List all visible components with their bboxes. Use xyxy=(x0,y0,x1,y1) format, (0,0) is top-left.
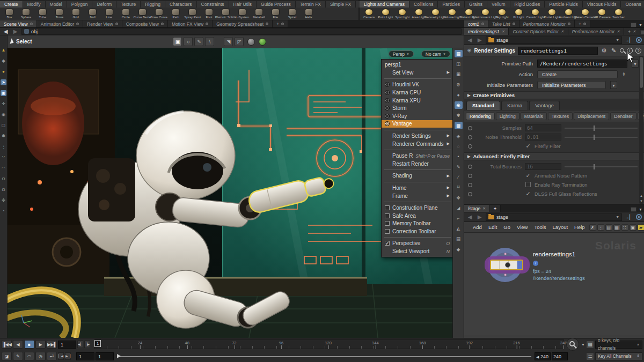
key-options-chevron-icon[interactable]: ▼ xyxy=(581,343,585,346)
gear-icon[interactable]: ⚙ xyxy=(601,47,608,54)
step-forward-icon[interactable]: ▕▶ xyxy=(84,341,90,348)
shelf-tool[interactable]: Tube xyxy=(34,9,51,19)
jump-end-button[interactable]: ▶▶▌ xyxy=(47,340,57,349)
path-field[interactable]: obj xyxy=(21,28,462,35)
point-display-icon[interactable]: • xyxy=(455,153,463,160)
menu-item[interactable]: Karma XPU xyxy=(382,97,452,105)
color-grid-icon[interactable]: ▦ xyxy=(613,224,620,231)
persp-menu-button[interactable]: Persp▼ xyxy=(389,50,414,57)
objects-mask-icon[interactable]: ▲ xyxy=(1,47,6,53)
shelf-tab[interactable]: Vellum xyxy=(487,1,510,8)
sticky-note-icon[interactable]: ▰ xyxy=(638,224,644,231)
material-preview-icon[interactable]: ◈ xyxy=(455,132,463,140)
shelf-tool[interactable]: Circle xyxy=(118,9,134,19)
menu-item[interactable] xyxy=(384,182,451,182)
dots-grid-icon[interactable]: ∷ xyxy=(621,224,628,231)
stop-button[interactable]: ■ xyxy=(24,340,34,349)
create-primitives-section[interactable]: ▶ Create Primitives xyxy=(464,91,644,99)
menu-item[interactable]: Select Viewport N xyxy=(382,247,452,255)
menu[interactable]: Help xyxy=(571,224,588,230)
forward-arrow-icon[interactable]: ▶ xyxy=(476,37,483,43)
node-display-flag[interactable] xyxy=(517,261,522,269)
pane-link-dot[interactable] xyxy=(76,23,79,25)
geometry-info-icon[interactable]: ◌ xyxy=(455,143,463,150)
vertex-display-icon[interactable]: ✎ xyxy=(455,163,463,171)
menu-item[interactable]: Shading ▶ xyxy=(382,172,452,180)
shelf-tool[interactable]: L-System xyxy=(234,9,251,19)
camera-menu-button[interactable]: No cam▼ xyxy=(421,50,450,57)
menu-item[interactable]: Home ▶ xyxy=(382,184,452,192)
menu-item[interactable]: V-Ray xyxy=(382,112,452,120)
magnet-multi-icon[interactable]: Ω xyxy=(1,187,6,193)
menu-item[interactable]: Set View ▶ xyxy=(382,69,452,77)
param-value-field[interactable]: 64 xyxy=(525,124,561,131)
stage-tab[interactable]: /stage ✕ xyxy=(464,205,490,212)
category-tab[interactable]: Rendering xyxy=(466,112,495,120)
chevron-down-icon[interactable]: ▼ xyxy=(610,81,617,89)
measure-icon[interactable]: ∕ xyxy=(455,173,463,181)
set-key-button[interactable] xyxy=(566,338,579,351)
pane-tab[interactable]: Animation Editor xyxy=(37,20,83,27)
play-button[interactable]: ▶ xyxy=(35,340,46,349)
search-icon[interactable] xyxy=(620,48,624,53)
pane-tab[interactable]: com1 xyxy=(464,20,488,27)
shelf-tool[interactable]: Curve Bezier xyxy=(134,9,151,19)
menu-item[interactable] xyxy=(384,130,451,130)
shelf-tool[interactable]: Sky Light xyxy=(494,9,510,19)
shelf-tool[interactable]: Point Light xyxy=(377,9,394,19)
pane-link-dot[interactable] xyxy=(115,23,118,25)
shelf-tool[interactable]: Portal Light xyxy=(544,9,560,19)
list-view-icon[interactable]: ▤ xyxy=(605,224,612,231)
param-slider[interactable] xyxy=(565,166,638,167)
scale-icon[interactable]: ▢ xyxy=(1,122,6,128)
menu-item[interactable] xyxy=(384,78,451,79)
split-pane-icon[interactable] xyxy=(640,30,644,35)
pane-link-dot[interactable] xyxy=(281,23,284,25)
shelf-tab[interactable]: Rigid Bodies xyxy=(510,1,545,8)
snap-point-icon[interactable]: ∵ xyxy=(1,154,6,160)
lock-camera-icon[interactable]: ▣ xyxy=(455,70,463,78)
view-pivot-icon[interactable]: ◔ xyxy=(1,208,6,214)
shelf-tab[interactable]: Modify xyxy=(23,1,46,8)
follow-selection-icon[interactable] xyxy=(636,37,642,43)
node-input-pin[interactable] xyxy=(504,253,507,255)
follow-selection-icon[interactable] xyxy=(636,214,642,220)
range-limit-left-icon[interactable]: ▏◀ xyxy=(58,352,64,360)
menu-item[interactable]: persp1 xyxy=(382,61,452,69)
realtime-toggle-icon[interactable]: ◷ xyxy=(35,352,46,360)
forward-arrow-icon[interactable]: ▶ xyxy=(476,214,483,220)
param-menu-icon[interactable] xyxy=(468,165,472,169)
pane-tab[interactable]: Performance Monitor ✕ xyxy=(568,28,624,35)
chevron-down-icon[interactable]: ▼ xyxy=(616,38,619,42)
close-icon[interactable]: ✕ xyxy=(617,29,620,34)
pane-link-dot[interactable] xyxy=(266,23,268,25)
param-menu-icon[interactable] xyxy=(468,183,472,187)
pane-close-dot[interactable] xyxy=(513,23,515,25)
pin-icon[interactable]: →▏ xyxy=(625,215,633,220)
boxed-nodes-icon[interactable]: ▣ xyxy=(630,224,636,231)
view-thumbnail-icon[interactable]: ▦ xyxy=(455,50,463,57)
split-pane-icon[interactable] xyxy=(631,23,636,27)
advanced-firefly-section[interactable]: ▶ Advanced: Firefly Filter xyxy=(464,152,644,160)
menu[interactable]: Layout xyxy=(550,224,572,230)
pane-tab[interactable]: Geometry Spreadsheet xyxy=(213,20,273,27)
close-icon[interactable]: ✕ xyxy=(482,206,486,211)
menu[interactable]: Add xyxy=(470,224,485,230)
shelf-tab[interactable]: Lights and Cameras xyxy=(360,1,409,8)
menu[interactable]: View xyxy=(514,224,531,230)
param-menu-icon[interactable] xyxy=(468,126,472,130)
pane-tab[interactable]: + xyxy=(575,20,590,27)
menu-item[interactable]: Perspective O xyxy=(382,240,452,248)
lighting-mode-icon[interactable]: ◉ xyxy=(455,101,463,109)
chevron-down-icon[interactable]: ▼ xyxy=(616,215,619,219)
renderer-tab[interactable]: Standard xyxy=(466,101,500,110)
shelf-tab[interactable]: Particle Fluids xyxy=(545,1,582,8)
close-icon[interactable]: ✕ xyxy=(633,29,636,34)
shelf-tab[interactable]: Particles xyxy=(438,1,465,8)
checkbox-icon[interactable] xyxy=(525,172,531,179)
scoped-channels-icon[interactable]: ▩ xyxy=(586,341,594,349)
range-limit-right-icon[interactable]: ▶▕ xyxy=(65,352,71,360)
display-options-icon[interactable]: ⚙ xyxy=(455,81,463,88)
node-info-icon[interactable]: i xyxy=(533,261,538,266)
shelf-tool[interactable]: Spray Paint xyxy=(184,9,201,19)
